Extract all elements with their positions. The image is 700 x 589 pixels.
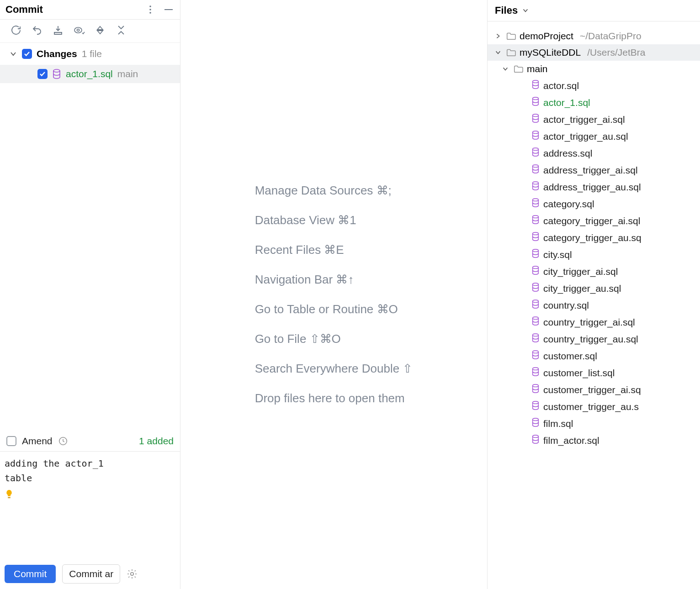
commit-message-text[interactable]: adding the actor_1 table	[5, 456, 176, 485]
shelve-icon[interactable]	[52, 24, 64, 36]
file-row[interactable]: category_trigger_au.sq	[488, 229, 700, 246]
changelist-icon[interactable]	[94, 24, 106, 36]
changes-checkbox[interactable]	[22, 49, 32, 59]
file-row[interactable]: actor_1.sql	[488, 94, 700, 111]
project-row[interactable]: demoProject~/DataGripPro	[488, 28, 700, 44]
file-row[interactable]: film_actor.sql	[488, 432, 700, 449]
folder-icon	[506, 48, 516, 57]
svg-point-16	[533, 182, 539, 184]
svg-point-19	[533, 232, 539, 235]
changes-group-row[interactable]: Changes 1 file	[0, 43, 180, 65]
file-row[interactable]: actor.sql	[488, 77, 700, 94]
svg-point-13	[533, 131, 539, 133]
file-row[interactable]: actor_trigger_ai.sql	[488, 111, 700, 128]
svg-point-18	[533, 216, 539, 218]
file-name: actor.sql	[543, 80, 579, 91]
project-name: demoProject	[520, 31, 573, 42]
rollback-icon[interactable]	[31, 24, 43, 36]
svg-point-28	[533, 384, 539, 387]
commit-options-gear-icon[interactable]	[127, 568, 138, 579]
file-row[interactable]: customer_trigger_ai.sq	[488, 381, 700, 398]
commit-toolbar	[0, 20, 180, 43]
amend-row: Amend 1 added	[0, 431, 180, 451]
database-file-icon	[531, 401, 540, 412]
minimize-icon[interactable]	[163, 4, 175, 16]
file-name: film_actor.sql	[543, 435, 599, 446]
amend-checkbox[interactable]	[6, 436, 16, 446]
database-file-icon	[531, 333, 540, 345]
svg-point-10	[533, 80, 539, 83]
commit-panel-header: Commit	[0, 0, 180, 20]
file-row[interactable]: category_trigger_ai.sql	[488, 212, 700, 229]
file-checkbox[interactable]	[37, 69, 48, 79]
commit-and-push-label: Commit ar	[69, 568, 113, 579]
svg-point-24	[533, 317, 539, 319]
file-name: country_trigger_ai.sql	[543, 317, 635, 328]
svg-point-11	[533, 97, 539, 100]
file-row[interactable]: country_trigger_ai.sql	[488, 314, 700, 331]
file-row[interactable]: country.sql	[488, 297, 700, 314]
commit-button[interactable]: Commit	[5, 565, 56, 583]
files-panel-header[interactable]: Files	[488, 0, 700, 21]
file-row[interactable]: country_trigger_au.sql	[488, 331, 700, 347]
files-panel-title: Files	[495, 5, 518, 16]
database-file-icon	[531, 131, 540, 142]
collapse-icon[interactable]	[115, 24, 127, 36]
file-row[interactable]: address_trigger_au.sql	[488, 179, 700, 195]
database-file-icon	[531, 198, 540, 210]
svg-point-17	[533, 199, 539, 201]
svg-point-30	[533, 418, 539, 421]
file-row[interactable]: film.sql	[488, 415, 700, 432]
history-icon[interactable]	[58, 436, 68, 446]
file-row[interactable]: city_trigger_au.sql	[488, 280, 700, 297]
editor-hint: Drop files here to open them	[255, 391, 413, 405]
chevron-down-icon[interactable]	[9, 50, 17, 58]
editor-hint: Search Everywhere Double ⇧	[255, 362, 413, 376]
file-row[interactable]: customer_trigger_au.s	[488, 398, 700, 415]
svg-rect-8	[8, 497, 11, 498]
chevron-down-icon[interactable]	[521, 6, 530, 15]
database-file-icon	[531, 181, 540, 193]
database-file-icon	[531, 232, 540, 243]
diff-icon[interactable]	[73, 24, 85, 36]
svg-point-4	[74, 27, 82, 33]
file-row[interactable]: address_trigger_ai.sql	[488, 162, 700, 179]
file-row[interactable]: actor_trigger_au.sql	[488, 128, 700, 145]
database-file-icon	[531, 367, 540, 379]
svg-point-31	[533, 435, 539, 437]
commit-panel: Commit	[0, 0, 180, 589]
chevron-down-icon[interactable]	[494, 48, 502, 57]
folder-row[interactable]: main	[488, 61, 700, 77]
more-options-icon[interactable]	[144, 4, 156, 16]
database-file-icon	[531, 114, 540, 125]
commit-message-area[interactable]: adding the actor_1 table	[0, 451, 180, 561]
database-file-icon	[52, 69, 61, 79]
files-tree[interactable]: demoProject~/DataGripPromySQLiteDDL/User…	[488, 21, 700, 449]
svg-point-23	[533, 300, 539, 302]
editor-hint: Go to File ⇧⌘O	[255, 332, 413, 346]
file-row[interactable]: customer.sql	[488, 347, 700, 364]
file-row[interactable]: city.sql	[488, 246, 700, 263]
refresh-icon[interactable]	[10, 24, 22, 36]
changes-label: Changes	[37, 48, 77, 59]
project-row[interactable]: mySQLiteDDL/Users/JetBra	[488, 44, 700, 61]
file-row[interactable]: city_trigger_ai.sql	[488, 263, 700, 280]
file-name: country.sql	[543, 300, 589, 311]
commit-and-push-button[interactable]: Commit ar	[62, 564, 120, 584]
editor-empty-state[interactable]: Manage Data Sources ⌘;Database View ⌘1Re…	[180, 0, 488, 589]
file-row[interactable]: customer_list.sql	[488, 364, 700, 381]
file-row[interactable]: address.sql	[488, 145, 700, 162]
file-name: customer.sql	[543, 351, 597, 362]
database-file-icon	[531, 97, 540, 108]
chevron-down-icon[interactable]	[501, 65, 509, 73]
folder-icon	[513, 64, 523, 74]
changed-file-row[interactable]: actor_1.sql main	[0, 65, 180, 83]
project-path: /Users/JetBra	[584, 47, 645, 58]
chevron-right-icon[interactable]	[494, 32, 502, 40]
database-file-icon	[531, 164, 540, 176]
database-file-icon	[531, 266, 540, 277]
file-name: address.sql	[543, 148, 592, 159]
intention-bulb-icon[interactable]	[5, 489, 14, 500]
database-file-icon	[531, 215, 540, 226]
file-row[interactable]: category.sql	[488, 195, 700, 212]
